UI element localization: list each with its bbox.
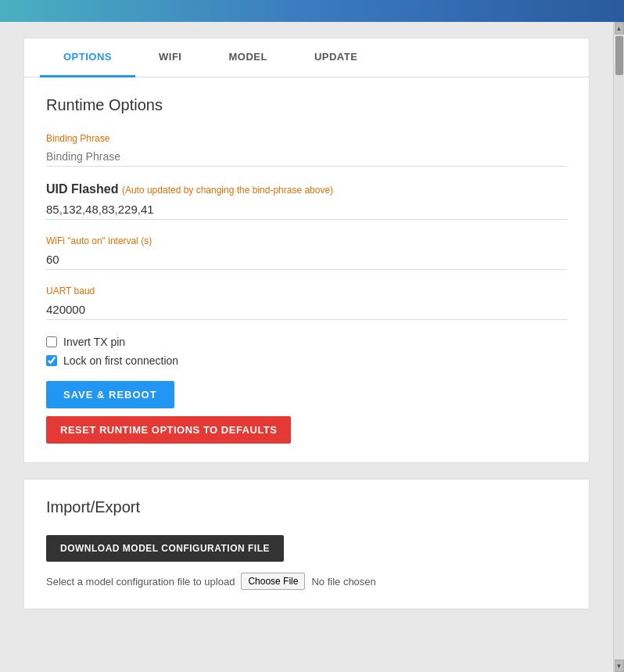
save-reboot-button[interactable]: SAVE & REBOOT	[46, 381, 174, 408]
download-config-button[interactable]: DOWNLOAD MODEL CONFIGURATION FILE	[46, 535, 284, 562]
runtime-options-title: Runtime Options	[46, 96, 567, 114]
tab-wifi[interactable]: WIFI	[135, 38, 205, 77]
tab-bar: OPTIONS WIFI MODEL UPDATE	[24, 38, 589, 77]
tab-options[interactable]: OPTIONS	[40, 38, 135, 77]
main-card: OPTIONS WIFI MODEL UPDATE Runtime Option…	[23, 38, 590, 463]
uart-baud-value: 420000	[46, 300, 567, 320]
tab-model[interactable]: MODEL	[205, 38, 290, 77]
scrollbar-arrow-up[interactable]: ▲	[615, 22, 624, 34]
reset-defaults-button[interactable]: RESET RUNTIME OPTIONS TO DEFAULTS	[46, 416, 291, 444]
runtime-options-panel: Runtime Options Binding Phrase UID Flash…	[24, 77, 589, 462]
import-export-card: Import/Export DOWNLOAD MODEL CONFIGURATI…	[23, 479, 590, 609]
choose-file-button[interactable]: Choose File	[241, 573, 305, 590]
lock-connection-label: Lock on first connection	[63, 354, 178, 367]
uart-baud-group: UART baud 420000	[46, 286, 567, 320]
checkbox-group: Invert TX pin Lock on first connection	[46, 336, 567, 367]
import-export-title: Import/Export	[46, 498, 567, 516]
top-bar	[0, 0, 624, 22]
wifi-interval-group: WiFi "auto on" interval (s) 60	[46, 235, 567, 270]
uid-flashed-group: UID Flashed (Auto updated by changing th…	[46, 182, 567, 220]
uid-auto-label: (Auto updated by changing the bind-phras…	[122, 185, 333, 196]
scrollbar[interactable]: ▲ ▼	[613, 22, 624, 672]
uid-label: UID Flashed	[46, 182, 118, 196]
import-export-panel: Import/Export DOWNLOAD MODEL CONFIGURATI…	[24, 480, 589, 609]
lock-connection-row: Lock on first connection	[46, 354, 567, 367]
scrollbar-arrow-down[interactable]: ▼	[615, 659, 624, 672]
lock-connection-checkbox[interactable]	[46, 355, 57, 366]
binding-phrase-label: Binding Phrase	[46, 133, 567, 144]
invert-tx-row: Invert TX pin	[46, 336, 567, 348]
action-buttons: SAVE & REBOOT RESET RUNTIME OPTIONS TO D…	[46, 381, 567, 444]
invert-tx-checkbox[interactable]	[46, 336, 57, 347]
binding-phrase-input[interactable]	[46, 147, 567, 167]
upload-row: Select a model configuration file to upl…	[46, 573, 567, 590]
uid-value: 85,132,48,83,229,41	[46, 199, 567, 220]
upload-prefix-label: Select a model configuration file to upl…	[46, 576, 235, 588]
scrollbar-thumb[interactable]	[615, 36, 623, 75]
wifi-interval-value: 60	[46, 250, 567, 270]
no-file-label: No file chosen	[311, 576, 375, 588]
content-area: OPTIONS WIFI MODEL UPDATE Runtime Option…	[0, 22, 613, 672]
uart-baud-label: UART baud	[46, 286, 567, 296]
tab-update[interactable]: UPDATE	[291, 38, 381, 77]
binding-phrase-group: Binding Phrase	[46, 133, 567, 167]
wifi-interval-label: WiFi "auto on" interval (s)	[46, 235, 567, 246]
invert-tx-label: Invert TX pin	[63, 336, 125, 348]
